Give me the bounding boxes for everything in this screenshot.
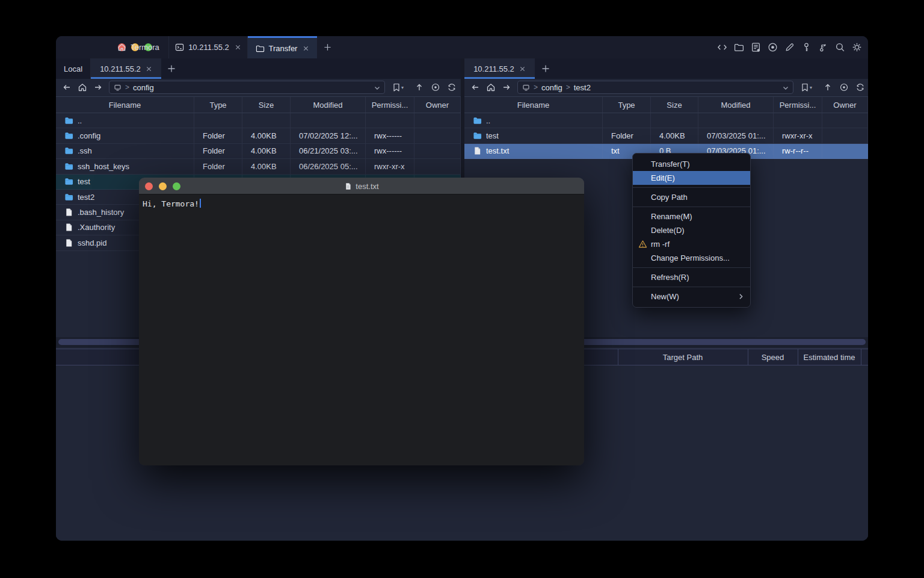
folder-button[interactable] — [734, 42, 744, 52]
table-row[interactable]: .ssh Folder 4.00KB 06/21/2025 03:... rwx… — [56, 144, 461, 159]
chevron-down-icon[interactable] — [374, 84, 381, 92]
column-header[interactable]: Type — [603, 97, 651, 113]
column-header[interactable]: Owner — [414, 97, 461, 113]
path-separator: > — [125, 83, 129, 92]
edit-button[interactable] — [784, 42, 795, 52]
tab-label: 10.211.55.2 — [188, 43, 229, 52]
home-button[interactable] — [486, 82, 496, 92]
tab-transfer[interactable]: Transfer — [248, 36, 317, 58]
show-hidden-button[interactable] — [839, 82, 849, 92]
tab-local[interactable]: Local — [56, 58, 91, 79]
column-header[interactable]: Filename — [464, 97, 603, 113]
refresh-button[interactable] — [855, 82, 865, 92]
record-button[interactable] — [768, 42, 778, 52]
menu-separator — [633, 207, 750, 207]
title-bar: Termora 10.211.55.2 Transfer — [56, 36, 868, 59]
chevron-down-icon[interactable] — [782, 84, 789, 92]
filename: test — [486, 131, 499, 140]
tab-termora[interactable]: Termora — [109, 36, 168, 58]
path-input[interactable]: > config — [109, 81, 385, 94]
editor-content[interactable]: Hi, Termora! — [139, 194, 584, 465]
menu-item-change-permissions[interactable]: Change Permissions... — [633, 251, 750, 265]
file-icon — [64, 208, 73, 217]
menu-item-delete[interactable]: Delete(D) — [633, 223, 750, 237]
settings-button[interactable] — [852, 42, 862, 52]
close-tab-icon[interactable] — [146, 66, 152, 72]
key-button[interactable] — [801, 42, 812, 52]
menu-item-edit[interactable]: Edit(E) — [633, 171, 750, 185]
path-input[interactable]: > config > test2 — [517, 81, 793, 94]
add-connection-button[interactable] — [541, 64, 550, 73]
code-snippets-button[interactable] — [717, 42, 727, 52]
table-row[interactable]: .. — [56, 113, 461, 128]
column-header[interactable]: Permissi... — [366, 97, 414, 113]
home-button[interactable] — [78, 82, 87, 92]
table-row[interactable]: ssh_host_keys Folder 4.00KB 06/26/2025 0… — [56, 159, 461, 174]
column-header[interactable]: Modified — [698, 97, 774, 113]
column-header[interactable]: Owner — [822, 97, 868, 113]
show-hidden-button[interactable] — [431, 82, 440, 92]
path-segment[interactable]: test2 — [574, 83, 591, 92]
bookmark-caret-icon[interactable]: ▾ — [810, 85, 812, 90]
tab-remote-host[interactable]: 10.211.55.2 — [464, 58, 535, 79]
column-header[interactable]: Size — [651, 97, 698, 113]
bookmark-button[interactable] — [392, 82, 401, 92]
table-row[interactable]: test Folder 4.00KB 07/03/2025 01:... rwx… — [464, 128, 868, 143]
tab-remote-host[interactable]: 10.211.55.2 — [91, 58, 161, 79]
menu-item-refresh[interactable]: Refresh(R) — [633, 270, 750, 284]
back-button[interactable] — [470, 82, 480, 92]
column-header[interactable]: Speed — [748, 349, 798, 365]
bookmark-button[interactable] — [800, 82, 810, 92]
forward-button[interactable] — [502, 82, 511, 92]
filename: .config — [78, 131, 100, 140]
menu-separator — [633, 287, 750, 287]
path-separator: > — [566, 83, 570, 92]
column-header[interactable]: Size — [242, 97, 291, 113]
menu-item-rm-rf[interactable]: rm -rf — [633, 237, 750, 251]
menu-item-new[interactable]: New(W) — [633, 290, 750, 303]
column-header[interactable]: Target Path — [618, 349, 748, 365]
close-tab-icon[interactable] — [303, 45, 309, 52]
path-segment[interactable]: config — [133, 83, 154, 92]
menu-separator — [633, 187, 750, 188]
refresh-button[interactable] — [447, 82, 457, 92]
search-button[interactable] — [835, 42, 845, 52]
left-table-header: Filename Type Size Modified Permissi... … — [56, 96, 461, 113]
log-button[interactable] — [751, 42, 761, 52]
table-row[interactable]: .. — [464, 113, 868, 128]
editor-title-bar[interactable]: test.txt — [139, 178, 584, 194]
record-icon — [768, 42, 778, 52]
back-button[interactable] — [62, 82, 72, 92]
terminal-icon — [175, 43, 184, 52]
up-directory-button[interactable] — [823, 82, 833, 92]
column-header[interactable]: Type — [194, 97, 242, 113]
filename: test.txt — [486, 146, 509, 155]
tab-label: 10.211.55.2 — [473, 64, 514, 73]
menu-item-transfer[interactable]: Transfer(T) — [633, 157, 750, 171]
column-header[interactable]: Modified — [291, 97, 366, 113]
path-segment[interactable]: config — [541, 83, 562, 92]
menu-item-copy-path[interactable]: Copy Path — [633, 190, 750, 204]
left-connection-tabs: Local 10.211.55.2 — [56, 58, 461, 79]
table-row[interactable]: .config Folder 4.00KB 07/02/2025 12:... … — [56, 128, 461, 143]
column-header[interactable]: Filename — [56, 97, 194, 113]
menu-item-rename[interactable]: Rename(M) — [633, 210, 750, 223]
up-directory-button[interactable] — [414, 82, 424, 92]
document-icon — [344, 182, 352, 190]
forward-button[interactable] — [93, 82, 103, 92]
column-header[interactable]: Permissi... — [774, 97, 822, 113]
close-tab-icon[interactable] — [235, 44, 241, 51]
bookmark-caret-icon[interactable]: ▾ — [401, 85, 404, 90]
filename: .Xauthority — [78, 223, 115, 232]
folder-icon — [64, 116, 73, 125]
new-tab-button[interactable] — [319, 36, 335, 58]
close-tab-icon[interactable] — [519, 66, 526, 72]
tab-terminal-10-211-55-2[interactable]: 10.211.55.2 — [169, 36, 247, 58]
add-connection-button[interactable] — [167, 64, 176, 73]
folder-icon — [734, 42, 744, 52]
filename: ssh_host_keys — [78, 162, 129, 171]
submenu-chevron-icon — [737, 293, 745, 300]
keychain-button[interactable] — [818, 42, 828, 52]
column-header[interactable]: Estimated time — [798, 349, 861, 365]
search-icon — [835, 42, 845, 52]
